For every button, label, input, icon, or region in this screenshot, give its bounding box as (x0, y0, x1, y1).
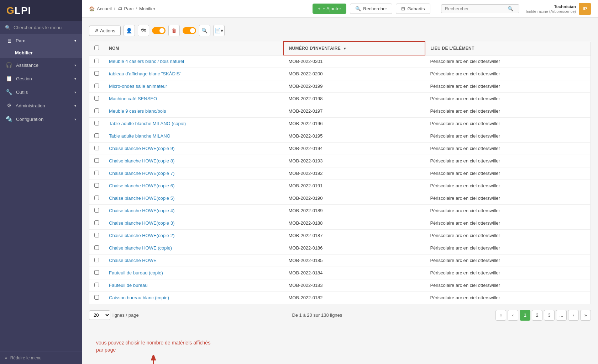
row-nom[interactable]: Chaise blanche HOWE(copie 2) (104, 229, 283, 242)
templates-button[interactable]: ⊞ Gabarits (396, 4, 430, 14)
select-all-header[interactable] (89, 42, 104, 55)
row-checkbox[interactable] (94, 283, 99, 287)
sidebar-search[interactable]: 🔍 Chercher dans le menu (0, 21, 82, 34)
page-dots-btn[interactable]: ... (556, 310, 567, 321)
row-checkbox[interactable] (94, 71, 99, 76)
row-checkbox[interactable] (94, 233, 99, 237)
row-checkbox[interactable] (94, 245, 99, 250)
page-next-btn[interactable]: › (568, 310, 579, 321)
page-prev-btn[interactable]: ‹ (508, 310, 518, 321)
page-first-btn[interactable]: « (495, 310, 506, 321)
breadcrumb-accueil[interactable]: Accueil (97, 6, 112, 11)
toolbar-delete-btn[interactable]: 🗑 (168, 25, 180, 36)
global-search[interactable]: 🔍 (441, 4, 519, 13)
row-checkbox[interactable] (94, 295, 99, 300)
row-checkbox-cell[interactable] (89, 167, 104, 180)
sidebar-item-parc[interactable]: 🖥 Parc ▾ (0, 34, 82, 47)
page-1-btn[interactable]: 1 (520, 310, 530, 321)
row-checkbox[interactable] (94, 59, 99, 63)
page-2-btn[interactable]: 2 (532, 310, 542, 321)
row-checkbox-cell[interactable] (89, 117, 104, 130)
row-checkbox-cell[interactable] (89, 279, 104, 291)
col-num-inventaire[interactable]: NUMÉRO D'INVENTAIRE ▼ (283, 42, 425, 55)
row-checkbox-cell[interactable] (89, 229, 104, 242)
row-checkbox-cell[interactable] (89, 180, 104, 192)
toolbar-toggle1[interactable] (152, 27, 166, 34)
row-checkbox[interactable] (94, 84, 99, 88)
row-checkbox-cell[interactable] (89, 291, 104, 304)
row-checkbox-cell[interactable] (89, 204, 104, 217)
col-lieu[interactable]: LIEU DE L'ÉLÉMENT (425, 42, 591, 55)
row-checkbox[interactable] (94, 121, 99, 125)
row-nom[interactable]: Chaise blanche HOWE (copie) (104, 242, 283, 254)
row-nom[interactable]: Table adulte blanche MILANO (copie) (104, 117, 283, 130)
sidebar-item-administration[interactable]: ⚙ Administration ▾ (0, 99, 82, 112)
row-nom[interactable]: Chaise blanche HOWE(copie 7) (104, 167, 283, 180)
row-nom[interactable]: Chaise blanche HOWE (104, 254, 283, 267)
sidebar-item-outils[interactable]: 🔧 Outils ▾ (0, 85, 82, 99)
row-checkbox-cell[interactable] (89, 80, 104, 92)
row-checkbox[interactable] (94, 146, 99, 150)
row-checkbox-cell[interactable] (89, 192, 104, 204)
row-nom[interactable]: Caisson bureau blanc (copie) (104, 291, 283, 304)
row-checkbox-cell[interactable] (89, 142, 104, 155)
row-checkbox-cell[interactable] (89, 155, 104, 167)
actions-button[interactable]: ↺ Actions (89, 26, 121, 36)
row-nom[interactable]: Fauteuil de bureau (copie) (104, 267, 283, 279)
row-checkbox[interactable] (94, 220, 99, 225)
search-button[interactable]: 🔍 Rechercher (350, 4, 392, 14)
row-nom[interactable]: Chaise blanche HOWE(copie 6) (104, 180, 283, 192)
row-checkbox[interactable] (94, 270, 99, 275)
row-checkbox-cell[interactable] (89, 55, 104, 68)
row-nom[interactable]: Machine café SENSEO (104, 92, 283, 105)
row-checkbox-cell[interactable] (89, 130, 104, 142)
row-checkbox-cell[interactable] (89, 92, 104, 105)
breadcrumb-parc[interactable]: Parc (124, 6, 134, 11)
row-checkbox[interactable] (94, 108, 99, 113)
page-last-btn[interactable]: » (580, 310, 591, 321)
row-checkbox[interactable] (94, 208, 99, 213)
row-nom[interactable]: Meuble 4 casiers blanc / bois naturel (104, 55, 283, 68)
row-checkbox[interactable] (94, 158, 99, 163)
toolbar-map-btn[interactable]: 🗺 (138, 25, 149, 36)
row-checkbox[interactable] (94, 258, 99, 262)
reduce-menu-btn[interactable]: « Réduire le menu (0, 352, 82, 364)
row-checkbox-cell[interactable] (89, 254, 104, 267)
sidebar-item-configuration[interactable]: 🔩 Configuration ▾ (0, 112, 82, 126)
sidebar-item-assistance[interactable]: 🎧 Assistance ▾ (0, 58, 82, 72)
row-checkbox[interactable] (94, 183, 99, 188)
toolbar-people-btn[interactable]: 👤 (124, 25, 135, 36)
row-nom[interactable]: Chaise blanche HOWE(copie 5) (104, 192, 283, 204)
row-checkbox[interactable] (94, 171, 99, 175)
sidebar-item-gestion[interactable]: 📋 Gestion ▾ (0, 72, 82, 85)
col-nom[interactable]: NOM (104, 42, 283, 55)
row-nom[interactable]: Micro-ondes salle animateur (104, 80, 283, 92)
row-checkbox-cell[interactable] (89, 242, 104, 254)
row-nom[interactable]: Fauteuil de bureau (104, 279, 283, 291)
row-nom[interactable]: Chaise blanche HOWE(copie 4) (104, 204, 283, 217)
row-nom[interactable]: Meuble 9 casiers blanc/bois (104, 105, 283, 117)
toolbar-export-btn[interactable]: 📄 ▾ (213, 25, 225, 36)
add-button[interactable]: + + Ajouter (313, 4, 346, 14)
row-checkbox-cell[interactable] (89, 105, 104, 117)
row-nom[interactable]: Chaise blanche HOWE(copie 3) (104, 217, 283, 229)
row-nom[interactable]: Chaise blanche HOWE(copie 8) (104, 155, 283, 167)
row-num: MOB-2022-0184 (283, 267, 425, 279)
page-3-btn[interactable]: 3 (544, 310, 555, 321)
toolbar-toggle2[interactable] (183, 27, 196, 34)
toolbar-search-btn[interactable]: 🔍 (199, 25, 210, 36)
row-nom[interactable]: tableau d'affichage blanc "SKÅDIS" (104, 68, 283, 80)
row-checkbox[interactable] (94, 96, 99, 101)
select-all-checkbox[interactable] (94, 46, 99, 50)
row-checkbox-cell[interactable] (89, 217, 104, 229)
global-search-input[interactable] (445, 6, 505, 11)
row-checkbox[interactable] (94, 196, 99, 200)
row-nom[interactable]: Table adulte blanche MILANO (104, 130, 283, 142)
sidebar-item-mobilier[interactable]: Mobilier (0, 47, 82, 58)
avatar[interactable]: IP (579, 3, 591, 15)
per-page-select[interactable]: 102050100 (89, 310, 110, 320)
row-checkbox[interactable] (94, 133, 99, 138)
row-nom[interactable]: Chaise blanche HOWE(copie 9) (104, 142, 283, 155)
row-checkbox-cell[interactable] (89, 267, 104, 279)
row-checkbox-cell[interactable] (89, 68, 104, 80)
